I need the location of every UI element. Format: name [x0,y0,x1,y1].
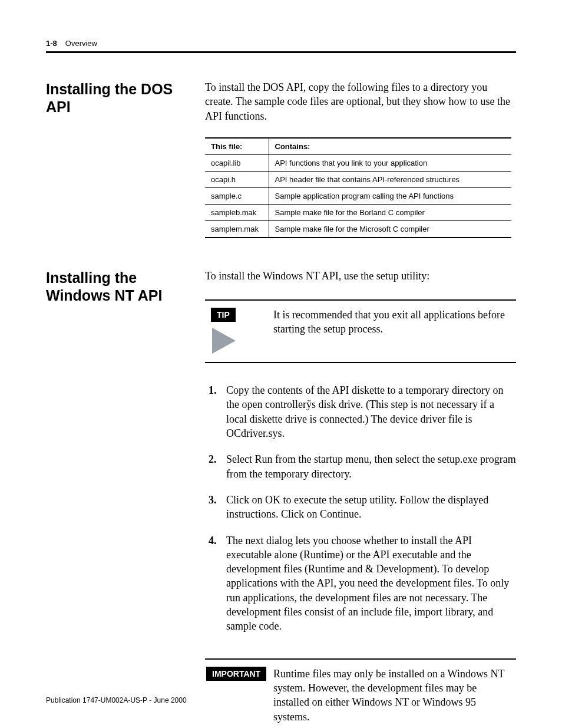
table-cell: samplem.mak [205,220,269,238]
section-nt: Installing the Windows NT API To install… [46,269,516,728]
table-cell: API functions that you link to your appl… [269,154,511,171]
table-cell: sample.c [205,187,269,204]
table-cell: Sample application program calling the A… [269,187,511,204]
step-item: Select Run from the startup menu, then s… [205,452,516,481]
intro-dos: To install the DOS API, copy the followi… [205,80,516,123]
table-cell: API header file that contains API-refere… [269,171,511,187]
step-item: Copy the contents of the API diskette to… [205,383,516,440]
table-cell: ocapi.h [205,171,269,187]
page-number: 1-8 [46,39,57,48]
tip-callout: TIP It is recommended that you exit all … [205,299,516,363]
triangle-icon [212,328,236,354]
heading-nt: Installing the Windows NT API [46,269,199,728]
table-header: Contains: [269,138,511,155]
tip-badge: TIP [211,308,236,322]
table-cell: sampleb.mak [205,204,269,220]
section-label: Overview [65,39,97,48]
table-header-row: This file: Contains: [205,138,511,155]
table-cell: Sample make file for the Microsoft C com… [269,220,511,238]
section-dos: Installing the DOS API To install the DO… [46,80,516,238]
table-row: ocapi.h API header file that contains AP… [205,171,511,187]
tip-text: It is recommended that you exit all appl… [273,307,515,354]
table-cell: ocapil.lib [205,154,269,171]
important-badge: IMPORTANT [206,667,266,681]
table-cell: Sample make file for the Borland C compi… [269,204,511,220]
table-row: sampleb.mak Sample make file for the Bor… [205,204,511,220]
intro-nt: To install the Windows NT API, use the s… [205,269,516,283]
table-header: This file: [205,138,269,155]
table-row: ocapil.lib API functions that you link t… [205,154,511,171]
important-callout: IMPORTANT Runtime files may only be inst… [205,658,516,728]
important-badge-area: IMPORTANT [206,666,263,724]
table-row: samplem.mak Sample make file for the Mic… [205,220,511,238]
publication-footer: Publication 1747-UM002A-US-P - June 2000 [46,696,187,704]
table-row: sample.c Sample application program call… [205,187,511,204]
heading-dos: Installing the DOS API [46,80,199,238]
header-rule [46,51,516,53]
files-table: This file: Contains: ocapil.lib API func… [205,137,511,238]
important-text: Runtime files may only be installed on a… [273,666,515,724]
steps-list: Copy the contents of the API diskette to… [205,383,516,645]
step-item: The next dialog lets you choose whether … [205,533,516,634]
tip-badge-area: TIP [206,307,263,354]
page-header: 1-8 Overview [46,39,516,48]
step-item: Click on OK to execute the setup utility… [205,493,516,522]
